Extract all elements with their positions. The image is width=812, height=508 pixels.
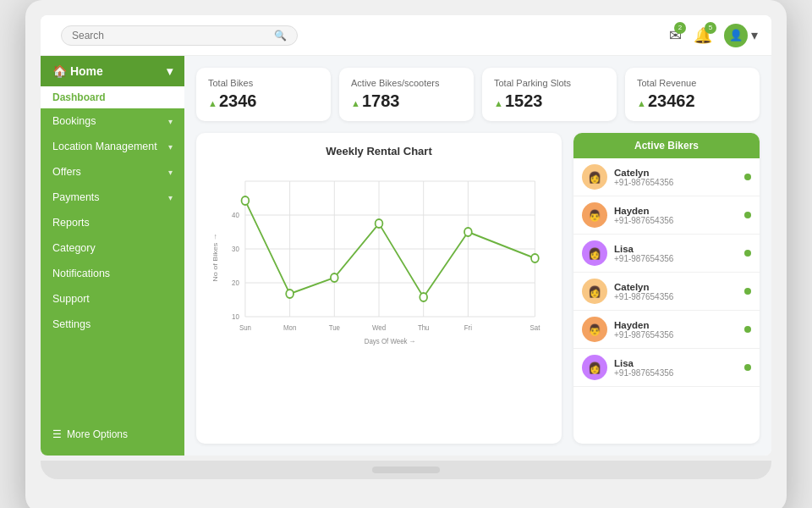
chart-card: Weekly Rental Chart: [196, 133, 562, 444]
svg-text:Sun: Sun: [239, 323, 251, 332]
chevron-icon: ▾: [168, 168, 173, 177]
sidebar-item-label: Notifications: [52, 268, 110, 279]
sidebar-more-options[interactable]: ☰ More Options: [41, 420, 184, 449]
active-dot: [744, 174, 751, 180]
biker-info: Catelyn +91-987654356: [614, 168, 738, 187]
sidebar-item-label: Settings: [52, 318, 91, 330]
bottom-row: Weekly Rental Chart: [196, 133, 760, 444]
svg-text:40: 40: [232, 210, 239, 219]
sidebar-home-label: Home: [70, 64, 103, 78]
more-options-icon: ☰: [52, 428, 62, 440]
svg-text:Wed: Wed: [372, 323, 386, 332]
chart-point: [331, 273, 338, 282]
email-icon-button[interactable]: ✉ 2: [669, 26, 682, 45]
sidebar-dashboard-label: Dashboard: [41, 86, 184, 108]
biker-phone: +91-987654356: [614, 368, 738, 378]
chart-wrap: 10 20 30 40 No of Bikes → Sun Mon Tue: [208, 164, 550, 351]
biker-phone: +91-987654356: [614, 216, 738, 225]
active-dot: [744, 326, 751, 333]
svg-text:No of Bikes →: No of Bikes →: [211, 233, 218, 281]
biker-item[interactable]: 👩 Catelyn +91-987654356: [573, 273, 760, 311]
laptop-base: [41, 461, 771, 479]
sidebar-item-payments[interactable]: Payments ▾: [41, 185, 184, 210]
active-bikers-header: Active Bikers: [573, 133, 760, 158]
biker-info: Lisa +91-987654356: [614, 358, 738, 378]
biker-name: Catelyn: [614, 282, 738, 292]
up-arrow-icon: ▲: [208, 98, 217, 108]
stat-active-bikes: Active Bikes/scooters ▲1783: [339, 68, 474, 121]
svg-text:30: 30: [232, 244, 239, 253]
active-dot: [744, 250, 751, 257]
biker-phone: +91-987654356: [614, 254, 738, 263]
search-bar[interactable]: 🔍: [61, 25, 298, 46]
avatar: 👨: [582, 202, 607, 228]
stat-parking-slots: Total Parking Slots ▲1523: [482, 68, 617, 121]
notification-badge: 5: [705, 22, 716, 34]
sidebar-item-support[interactable]: Support: [41, 286, 184, 312]
sidebar-item-category[interactable]: Category: [41, 235, 184, 261]
avatar: 👩: [582, 164, 607, 190]
active-dot: [744, 364, 751, 371]
main-layout: 🏠 Home ▾ Dashboard Bookings ▾ Location M…: [41, 56, 771, 456]
biker-phone: +91-987654356: [614, 292, 738, 301]
avatar: 👩: [582, 355, 607, 380]
header-icons: ✉ 2 🔔 5 👤 ▾: [669, 24, 758, 47]
sidebar-item-label: Bookings: [52, 115, 96, 127]
sidebar-item-label: Category: [52, 242, 96, 254]
home-icon: 🏠: [52, 64, 67, 78]
biker-item[interactable]: 👩 Lisa +91-987654356: [573, 349, 760, 387]
sidebar-item-bookings[interactable]: Bookings ▾: [41, 108, 184, 134]
biker-item[interactable]: 👨 Hayden +91-987654356: [573, 196, 760, 235]
sidebar-item-label: Offers: [52, 166, 81, 178]
stat-label: Total Parking Slots: [494, 78, 605, 88]
sidebar-item-location-management[interactable]: Location Management ▾: [41, 134, 184, 159]
sidebar-item-label: Support: [52, 293, 90, 305]
biker-name: Hayden: [614, 206, 738, 216]
biker-name: Lisa: [614, 244, 738, 254]
sidebar-item-label: Reports: [52, 217, 90, 229]
chart-point: [376, 219, 383, 228]
biker-item[interactable]: 👨 Hayden +91-987654356: [573, 311, 760, 349]
chevron-icon: ▾: [168, 142, 173, 152]
stat-label: Total Revenue: [637, 78, 748, 88]
up-arrow-icon: ▲: [494, 98, 503, 108]
search-icon: 🔍: [274, 30, 287, 41]
sidebar-item-settings[interactable]: Settings: [41, 312, 184, 337]
biker-item[interactable]: 👩 Lisa +91-987654356: [573, 235, 760, 273]
laptop-screen: 🔍 ✉ 2 🔔 5 👤 ▾: [41, 15, 771, 456]
svg-text:Tue: Tue: [329, 323, 341, 332]
biker-item[interactable]: 👩 Catelyn +91-987654356: [573, 158, 760, 196]
user-menu[interactable]: 👤 ▾: [724, 24, 758, 47]
laptop-frame: 🔍 ✉ 2 🔔 5 👤 ▾: [25, 0, 787, 508]
svg-text:Thu: Thu: [418, 323, 430, 332]
stat-value: ▲2346: [208, 91, 319, 111]
chevron-icon: ▾: [168, 193, 173, 202]
sidebar-item-reports[interactable]: Reports: [41, 210, 184, 235]
weekly-rental-chart: 10 20 30 40 No of Bikes → Sun Mon Tue: [208, 164, 550, 351]
sidebar-item-offers[interactable]: Offers ▾: [41, 159, 184, 185]
stat-value: ▲23462: [637, 91, 748, 111]
chart-point: [286, 290, 294, 298]
sidebar-item-label: Payments: [52, 191, 100, 203]
notification-icon-button[interactable]: 🔔 5: [694, 26, 712, 45]
svg-text:10: 10: [232, 312, 239, 321]
sidebar-item-notifications[interactable]: Notifications: [41, 261, 184, 286]
active-bikers-card: Active Bikers 👩 Catelyn +91-987654356 👨: [573, 133, 760, 444]
biker-name: Catelyn: [614, 168, 738, 178]
svg-text:Mon: Mon: [283, 323, 297, 332]
sidebar-home-item[interactable]: 🏠 Home ▾: [41, 56, 184, 86]
chart-title: Weekly Rental Chart: [208, 145, 550, 157]
avatar: 👨: [582, 317, 607, 342]
search-input[interactable]: [72, 30, 274, 41]
stat-total-revenue: Total Revenue ▲23462: [625, 68, 760, 121]
chart-point: [420, 293, 427, 301]
up-arrow-icon: ▲: [351, 98, 360, 108]
user-menu-arrow: ▾: [751, 27, 758, 43]
email-badge: 2: [674, 22, 686, 34]
avatar: 👩: [582, 240, 607, 266]
up-arrow-icon: ▲: [637, 98, 646, 108]
biker-info: Hayden +91-987654356: [614, 206, 738, 225]
svg-text:Sat: Sat: [530, 323, 540, 332]
sidebar: 🏠 Home ▾ Dashboard Bookings ▾ Location M…: [41, 56, 184, 456]
biker-info: Lisa +91-987654356: [614, 244, 738, 263]
